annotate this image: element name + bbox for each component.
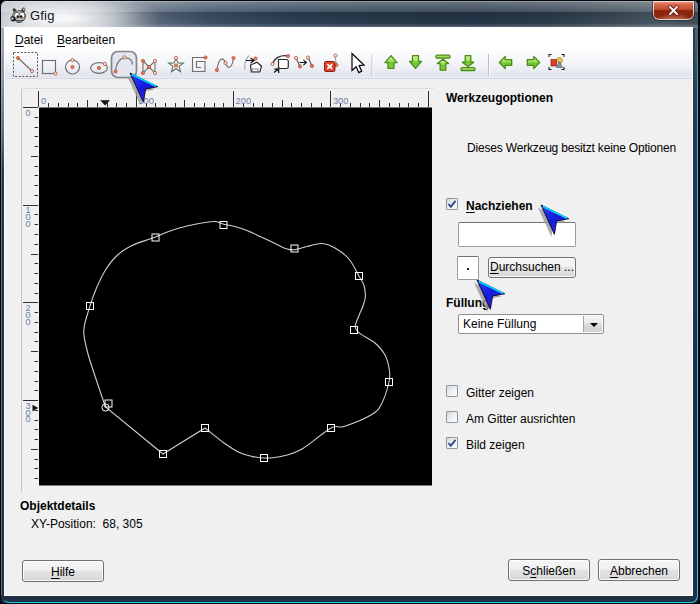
svg-text:300: 300 <box>333 96 349 106</box>
svg-text:200: 200 <box>236 96 252 106</box>
svg-text:0: 0 <box>26 219 31 229</box>
svg-text:0: 0 <box>26 108 31 118</box>
svg-text:0: 0 <box>41 96 46 106</box>
svg-text:0: 0 <box>26 414 31 424</box>
svg-text:0: 0 <box>26 317 31 327</box>
